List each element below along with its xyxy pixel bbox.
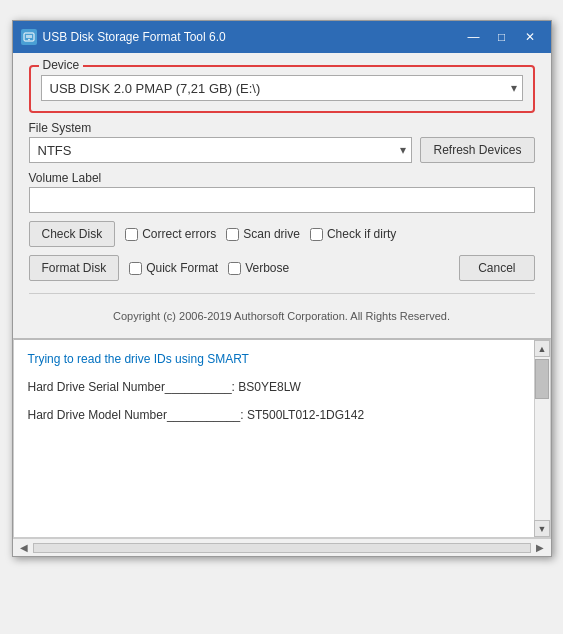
scan-drive-checkbox[interactable]: [226, 228, 239, 241]
correct-errors-label[interactable]: Correct errors: [142, 227, 216, 241]
volume-label-section: Volume Label: [29, 171, 535, 213]
device-group-label: Device: [39, 58, 84, 72]
verbose-checkbox[interactable]: [228, 262, 241, 275]
verbose-group: Verbose: [228, 261, 289, 275]
minimize-button[interactable]: —: [461, 27, 487, 47]
maximize-button[interactable]: □: [489, 27, 515, 47]
log-area: Trying to read the drive IDs using SMART…: [13, 338, 551, 538]
svg-point-2: [28, 39, 30, 41]
h-scrollbar-track[interactable]: [33, 543, 531, 553]
device-select-wrapper: USB DISK 2.0 PMAP (7,21 GB) (E:\): [41, 75, 523, 101]
scroll-left-button[interactable]: ◀: [17, 542, 31, 553]
filesystem-section: File System NTFS FAT32 FAT exFAT Refresh…: [29, 121, 535, 163]
log-entry-1: Trying to read the drive IDs using SMART: [28, 350, 536, 368]
refresh-devices-button[interactable]: Refresh Devices: [420, 137, 534, 163]
volume-label-input[interactable]: [29, 187, 535, 213]
scroll-right-button[interactable]: ▶: [533, 542, 547, 553]
window-title: USB Disk Storage Format Tool 6.0: [43, 30, 461, 44]
device-select[interactable]: USB DISK 2.0 PMAP (7,21 GB) (E:\): [41, 75, 523, 101]
cancel-button[interactable]: Cancel: [459, 255, 534, 281]
correct-errors-group: Correct errors: [125, 227, 216, 241]
verbose-label[interactable]: Verbose: [245, 261, 289, 275]
vertical-scrollbar[interactable]: ▲ ▼: [534, 340, 550, 537]
copyright-text: Copyright (c) 2006-2019 Authorsoft Corpo…: [29, 306, 535, 326]
svg-rect-1: [26, 35, 32, 38]
check-if-dirty-group: Check if dirty: [310, 227, 396, 241]
filesystem-select-wrapper: NTFS FAT32 FAT exFAT: [29, 137, 413, 163]
log-entry-3: Hard Drive Model Number___________: ST50…: [28, 406, 536, 424]
check-disk-button[interactable]: Check Disk: [29, 221, 116, 247]
format-disk-button[interactable]: Format Disk: [29, 255, 120, 281]
volume-label-label: Volume Label: [29, 171, 535, 185]
scan-drive-group: Scan drive: [226, 227, 300, 241]
scroll-down-button[interactable]: ▼: [534, 520, 550, 537]
window-controls: — □ ✕: [461, 27, 543, 47]
close-button[interactable]: ✕: [517, 27, 543, 47]
title-bar: USB Disk Storage Format Tool 6.0 — □ ✕: [13, 21, 551, 53]
log-entry-2: Hard Drive Serial Number__________: BS0Y…: [28, 378, 536, 396]
scan-drive-label[interactable]: Scan drive: [243, 227, 300, 241]
divider: [29, 293, 535, 294]
filesystem-row: NTFS FAT32 FAT exFAT Refresh Devices: [29, 137, 535, 163]
app-window: USB Disk Storage Format Tool 6.0 — □ ✕ D…: [12, 20, 552, 557]
quick-format-checkbox[interactable]: [129, 262, 142, 275]
scroll-thumb[interactable]: [535, 359, 549, 399]
correct-errors-checkbox[interactable]: [125, 228, 138, 241]
log-section: Trying to read the drive IDs using SMART…: [13, 338, 551, 556]
app-icon: [21, 29, 37, 45]
main-content: Device USB DISK 2.0 PMAP (7,21 GB) (E:\)…: [13, 53, 551, 338]
check-if-dirty-checkbox[interactable]: [310, 228, 323, 241]
filesystem-select[interactable]: NTFS FAT32 FAT exFAT: [29, 137, 413, 163]
format-disk-row: Format Disk Quick Format Verbose Cancel: [29, 255, 535, 281]
check-if-dirty-label[interactable]: Check if dirty: [327, 227, 396, 241]
quick-format-group: Quick Format: [129, 261, 218, 275]
scroll-up-button[interactable]: ▲: [534, 340, 550, 357]
device-group: Device USB DISK 2.0 PMAP (7,21 GB) (E:\): [29, 65, 535, 113]
quick-format-label[interactable]: Quick Format: [146, 261, 218, 275]
horizontal-scroll-bar: ◀ ▶: [13, 538, 551, 556]
filesystem-label: File System: [29, 121, 535, 135]
check-disk-row: Check Disk Correct errors Scan drive Che…: [29, 221, 535, 247]
